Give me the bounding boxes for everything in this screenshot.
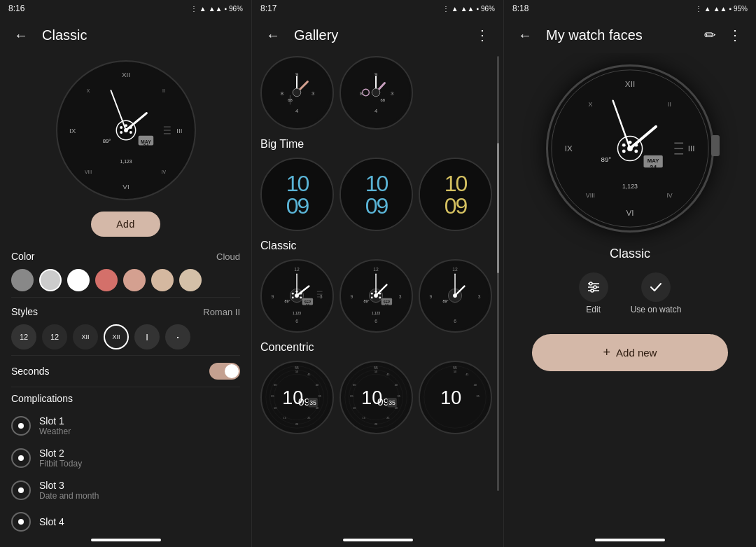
svg-text:25: 25	[386, 417, 389, 420]
gallery-scroll[interactable]: 9 3 8 4 68 9 3 8 4	[252, 53, 503, 547]
bigtime-hour-1: 10	[286, 172, 309, 195]
svg-point-77	[371, 296, 373, 298]
svg-text:89°: 89°	[364, 299, 370, 303]
svg-text:35: 35	[309, 399, 316, 406]
section-title-concentric: Concentric	[260, 341, 495, 354]
gallery-row-classic: 12 3 6 9 89° SEP 04	[260, 259, 495, 333]
style-12-filled[interactable]: 12	[11, 324, 36, 349]
style-dot[interactable]: ·	[165, 324, 190, 349]
gallery-watch-top-1[interactable]: 9 3 8 4 68	[260, 56, 334, 130]
svg-text:05: 05	[271, 395, 274, 398]
slot1-item[interactable]: Slot 1 Weather	[11, 410, 240, 442]
gallery-concentric-2[interactable]: 55 50 45 40 35 30 25 20 15 10 05 00 10 0…	[340, 361, 413, 434]
section-title-classic: Classic	[260, 240, 495, 252]
slot1-text: Slot 1 Weather	[39, 415, 240, 436]
gallery-bigtime-3[interactable]: 10 09	[419, 158, 492, 231]
action-buttons-row: Edit Use on watch	[579, 272, 682, 314]
svg-text:6: 6	[295, 319, 298, 324]
svg-point-173	[589, 282, 592, 285]
concentric-svg-1: 55 50 45 40 35 30 25 20 15 10 05 00 10 0…	[262, 361, 332, 434]
classic-svg-1: 12 3 6 9 89° SEP 04	[262, 259, 332, 333]
status-bar-middle: 8:17 ⋮ ▲ ▲▲ ▪ 96%	[252, 0, 503, 17]
color-swatch-gray[interactable]	[11, 269, 34, 291]
edit-button[interactable]: Edit	[579, 272, 608, 314]
color-swatch-red[interactable]	[95, 269, 118, 291]
status-time-right: 8:18	[512, 4, 528, 13]
complications-title: Complications	[11, 393, 240, 404]
svg-point-75	[379, 296, 381, 298]
bigtime-hour-2: 10	[365, 172, 388, 195]
gallery-bigtime-3-inner: 10 09	[420, 159, 491, 230]
color-swatch-salmon[interactable]	[123, 269, 146, 291]
color-swatch-cloud[interactable]	[179, 269, 202, 291]
wifi-icon-r: ▲	[704, 5, 711, 13]
gallery-row-bigtime: 10 09 10 09 10 09	[260, 158, 495, 231]
svg-text:12: 12	[452, 267, 458, 272]
bottom-nav-indicator-left	[91, 539, 161, 541]
style-XII-selected[interactable]: XII	[104, 324, 129, 349]
styles-section: Styles Roman II 12 12 XII XII I ·	[0, 298, 251, 355]
slot1-sub: Weather	[39, 427, 240, 436]
svg-point-159	[622, 149, 626, 153]
bottom-nav-indicator-right	[595, 539, 665, 541]
styles-label: Styles	[11, 306, 38, 317]
svg-text:1,123: 1,123	[293, 312, 301, 315]
svg-text:12: 12	[373, 267, 379, 272]
slot3-item[interactable]: Slot 3 Date and month	[11, 474, 240, 506]
slot3-icon-inner	[18, 487, 24, 493]
seconds-toggle[interactable]	[209, 363, 240, 380]
slot4-item[interactable]: Slot 4	[11, 506, 240, 537]
gallery-row-concentric: 55 50 45 40 35 30 25 20 15 10 05 00 10 0…	[260, 361, 495, 434]
color-swatch-peach[interactable]	[151, 269, 174, 291]
svg-text:6: 6	[374, 319, 377, 324]
gallery-bigtime-1[interactable]: 10 09	[260, 158, 334, 231]
svg-point-15	[120, 131, 122, 134]
svg-point-174	[594, 286, 596, 289]
gallery-bigtime-2[interactable]: 10 09	[340, 158, 413, 231]
svg-text:1,123: 1,123	[622, 183, 638, 190]
gallery-classic-2[interactable]: 12 3 6 9 89° SEP 04	[340, 259, 413, 333]
gallery-watch-top-2[interactable]: 9 3 8 4 68	[340, 56, 413, 130]
add-new-button[interactable]: + Add new	[532, 334, 728, 371]
top-bar-middle: ← Gallery ⋮	[252, 17, 503, 53]
slot2-item[interactable]: Slot 2 Fitbit Today	[11, 442, 240, 474]
svg-text:IV: IV	[666, 192, 672, 199]
color-label: Color	[11, 251, 34, 262]
style-XII-filled[interactable]: XII	[73, 324, 98, 349]
gallery-classic-1[interactable]: 12 3 6 9 89° SEP 04	[260, 259, 334, 333]
add-button[interactable]: Add	[91, 212, 160, 237]
style-I[interactable]: I	[134, 324, 160, 349]
svg-text:50: 50	[454, 371, 456, 373]
back-button-middle[interactable]: ←	[260, 22, 286, 48]
svg-point-13	[129, 131, 132, 134]
svg-text:3: 3	[399, 294, 402, 299]
edit-icon-pencil[interactable]: ✏	[697, 22, 722, 48]
right-panel: 8:18 ⋮ ▲ ▲▲ ▪ 95% ← My watch faces ✏ ⋮ X…	[504, 0, 756, 547]
slot4-name: Slot 4	[39, 516, 240, 527]
svg-point-175	[591, 289, 594, 292]
section-title-bigtime: Big Time	[260, 138, 495, 151]
back-button-right[interactable]: ←	[512, 22, 538, 48]
back-button-left[interactable]: ←	[8, 22, 34, 48]
svg-text:X: X	[589, 101, 593, 108]
gallery-concentric-1[interactable]: 55 50 45 40 35 30 25 20 15 10 05 00 10 0…	[260, 361, 334, 434]
svg-text:4: 4	[374, 108, 378, 114]
color-swatch-white[interactable]	[67, 269, 90, 291]
svg-text:50: 50	[374, 371, 377, 373]
svg-text:3: 3	[320, 294, 323, 299]
top-bar-left: ← Classic	[0, 17, 251, 53]
slot1-icon-inner	[18, 423, 24, 429]
right-panel-scroll[interactable]: XII III VI IX II X IV VIII	[504, 53, 756, 547]
add-new-icon: +	[603, 345, 611, 360]
gallery-concentric-3[interactable]: 55 50 45 40 35 10	[419, 361, 492, 434]
more-button-middle[interactable]: ⋮	[470, 22, 495, 48]
gallery-classic-3[interactable]: 12 3 6 9 89°	[419, 259, 492, 333]
svg-text:12: 12	[294, 267, 300, 272]
complications-section: Complications Slot 1 Weather Slot 2 Fitb…	[0, 387, 251, 540]
color-swatch-lightgray[interactable]	[39, 269, 62, 291]
style-12-outline[interactable]: 12	[42, 324, 67, 349]
watch-crown	[711, 135, 720, 156]
svg-text:89°: 89°	[285, 299, 290, 303]
use-on-watch-button[interactable]: Use on watch	[631, 272, 682, 314]
more-button-right[interactable]: ⋮	[722, 22, 748, 48]
